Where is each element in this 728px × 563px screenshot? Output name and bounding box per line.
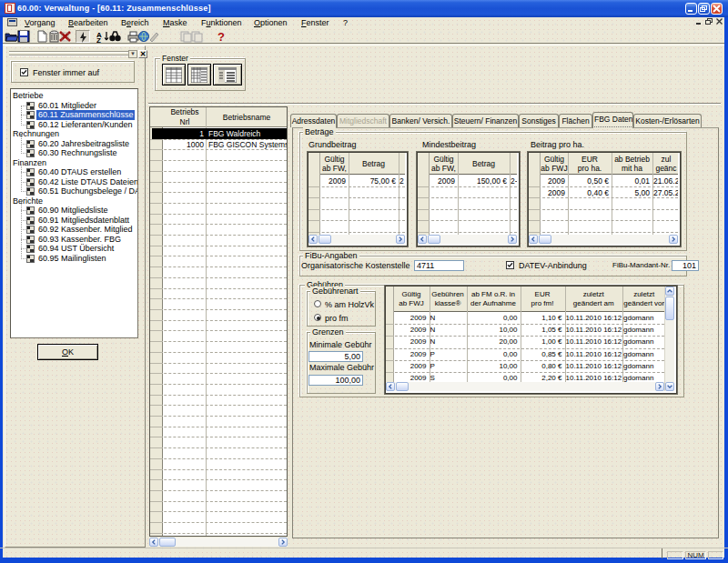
svg-text:Z: Z	[96, 36, 101, 43]
svg-text:?: ?	[217, 30, 225, 43]
